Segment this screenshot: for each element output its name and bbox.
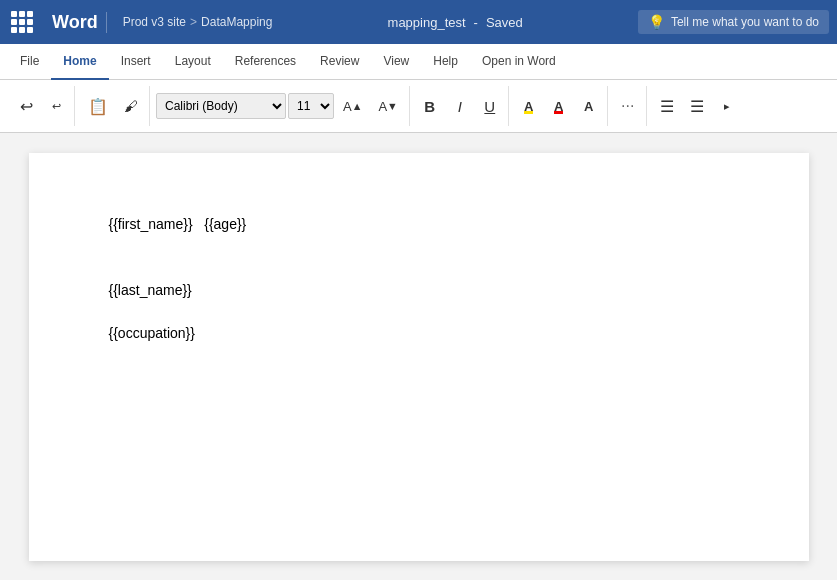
bold-button[interactable]: B <box>416 92 444 120</box>
waffle-icon[interactable] <box>8 8 36 36</box>
document-title[interactable]: mapping_test <box>388 15 466 30</box>
tab-help[interactable]: Help <box>421 44 470 80</box>
bullet-list-button[interactable]: ☰ <box>653 92 681 120</box>
color-group: A A A <box>511 86 608 126</box>
tab-review[interactable]: Review <box>308 44 371 80</box>
more-list-button[interactable]: ▸ <box>713 92 741 120</box>
tab-view[interactable]: View <box>371 44 421 80</box>
title-bar-left: Word Prod v3 site > DataMapping <box>8 8 272 36</box>
breadcrumb: Prod v3 site > DataMapping <box>123 15 273 29</box>
tab-insert[interactable]: Insert <box>109 44 163 80</box>
saved-label: Saved <box>486 15 523 30</box>
numbered-list-button[interactable]: ☰ <box>683 92 711 120</box>
font-color-button[interactable]: A <box>545 92 573 120</box>
clipboard-group: 📋 🖌 <box>77 86 150 126</box>
list-group: ☰ ☰ ▸ <box>649 86 745 126</box>
title-center: mapping_test - Saved <box>272 15 637 30</box>
tab-file[interactable]: File <box>8 44 51 80</box>
tab-references[interactable]: References <box>223 44 308 80</box>
font-group: Calibri (Body) 11 A▲ A▼ <box>152 86 410 126</box>
tab-layout[interactable]: Layout <box>163 44 223 80</box>
document-container: {{first_name}} {{age}} {{last_name}} {{o… <box>0 133 837 580</box>
tab-open-in-word[interactable]: Open in Word <box>470 44 568 80</box>
underline-button[interactable]: U <box>476 92 504 120</box>
clear-format-button[interactable]: A <box>575 92 603 120</box>
title-right: 💡 Tell me what you want to do <box>638 10 829 34</box>
breadcrumb-site[interactable]: Prod v3 site <box>123 15 186 29</box>
clear-format-label: A <box>584 99 593 114</box>
font-size-select[interactable]: 11 <box>288 93 334 119</box>
format-painter-button[interactable]: 🖌 <box>117 92 145 120</box>
ribbon-toolbar: ↩ ↩ 📋 🖌 Calibri (Body) 11 A▲ A▼ B I U <box>0 80 837 132</box>
breadcrumb-folder[interactable]: DataMapping <box>201 15 272 29</box>
undo-button[interactable]: ↩ <box>12 92 40 120</box>
search-bar[interactable]: 💡 Tell me what you want to do <box>638 10 829 34</box>
breadcrumb-separator: > <box>190 15 197 29</box>
format-group: B I U <box>412 86 509 126</box>
font-color-label: A <box>554 99 563 114</box>
title-separator: - <box>474 15 478 30</box>
increase-font-button[interactable]: A▲ <box>336 92 369 120</box>
highlight-a-label: A <box>524 99 533 114</box>
more-group: ··· <box>610 86 647 126</box>
italic-button[interactable]: I <box>446 92 474 120</box>
doc-line-3: {{occupation}} <box>109 322 729 344</box>
tab-home[interactable]: Home <box>51 44 108 80</box>
search-placeholder: Tell me what you want to do <box>671 15 819 29</box>
doc-spacer-2 <box>109 306 729 322</box>
font-name-select[interactable]: Calibri (Body) <box>156 93 286 119</box>
ribbon: File Home Insert Layout References Revie… <box>0 44 837 133</box>
highlight-color-button[interactable]: A <box>515 92 543 120</box>
lightbulb-icon: 💡 <box>648 14 665 30</box>
ribbon-tabs: File Home Insert Layout References Revie… <box>0 44 837 80</box>
doc-line-2: {{last_name}} <box>109 279 729 301</box>
clipboard-button[interactable]: 📋 <box>81 92 115 120</box>
more-button[interactable]: ··· <box>614 92 642 120</box>
decrease-font-button[interactable]: A▼ <box>371 92 404 120</box>
doc-line-1: {{first_name}} {{age}} <box>109 213 729 235</box>
redo-button[interactable]: ↩ <box>42 92 70 120</box>
app-name: Word <box>44 12 107 33</box>
doc-spacer-1 <box>109 239 729 279</box>
document-page[interactable]: {{first_name}} {{age}} {{last_name}} {{o… <box>29 153 809 561</box>
title-bar: Word Prod v3 site > DataMapping mapping_… <box>0 0 837 44</box>
undo-redo-group: ↩ ↩ <box>8 86 75 126</box>
